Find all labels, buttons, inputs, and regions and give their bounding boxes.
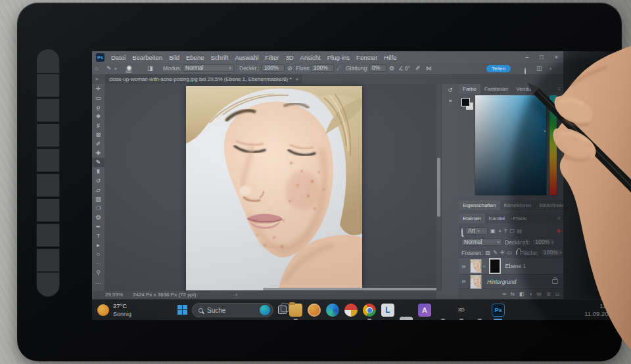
filter-adjustment-layers-icon[interactable]: ◑ <box>498 228 502 234</box>
menu-ansicht[interactable]: Ansicht <box>300 54 321 61</box>
history-panel-icon[interactable]: ↺ <box>442 84 459 96</box>
menu-ebene[interactable]: Ebene <box>186 54 204 61</box>
close-tab-icon[interactable]: × <box>296 74 299 84</box>
vertical-scrollbar-track[interactable] <box>436 84 441 291</box>
type-tool[interactable]: T <box>92 231 105 240</box>
menu-plugins[interactable]: Plug-ins <box>327 54 350 61</box>
menu-hilfe[interactable]: Hilfe <box>384 54 396 61</box>
mode-select[interactable]: Normal▾ <box>183 64 234 72</box>
fill-select[interactable]: 100%▾ <box>541 249 562 256</box>
hand-tool[interactable]: ☜ <box>92 259 105 268</box>
menu-filter[interactable]: Filter <box>265 54 279 61</box>
adjustment-layer-icon[interactable]: ◑ <box>529 291 532 297</box>
status-chevron-icon[interactable]: › <box>235 291 237 299</box>
zoom-tool[interactable]: ⚲ <box>92 268 105 277</box>
more-tools[interactable]: … <box>92 277 105 286</box>
menu-schrift[interactable]: Schrift <box>210 54 228 61</box>
blend-mode-select[interactable]: Normal▾ <box>461 239 502 246</box>
menu-bild[interactable]: Bild <box>169 54 179 61</box>
filter-pixel-layers-icon[interactable]: ▣ <box>490 228 496 234</box>
share-button[interactable]: Teilen <box>486 65 511 72</box>
marquee-tool[interactable]: ▭ <box>92 93 105 102</box>
add-mask-icon[interactable]: ◧ <box>519 291 525 297</box>
pressure-opacity-icon[interactable]: ⊘ <box>287 63 292 74</box>
purple-a-app-icon[interactable]: A <box>418 304 431 317</box>
layer-row-hintergrund[interactable]: ⊙ Hintergrund <box>459 275 563 289</box>
brush-preset-dropdown-icon[interactable]: ▾ <box>114 63 117 74</box>
panel-menu-icon[interactable]: ≡ <box>557 84 563 94</box>
photoshop-taskbar-icon[interactable]: Ps <box>492 304 505 317</box>
smoothing-select[interactable]: 0% <box>369 64 386 72</box>
calendar-app-icon[interactable] <box>400 317 413 320</box>
layer-thumbnail[interactable] <box>471 260 481 273</box>
express-key[interactable] <box>36 74 60 97</box>
new-group-icon[interactable]: ▤ <box>536 291 542 297</box>
dodge-tool[interactable]: ❂ <box>92 213 105 222</box>
zoom-level[interactable]: 29,53% <box>105 291 123 299</box>
horizontal-scrollbar[interactable] <box>263 288 439 290</box>
filter-type-layers-icon[interactable]: T <box>503 228 507 234</box>
airbrush-icon[interactable]: ☄ <box>337 63 342 74</box>
office-app-icon[interactable]: L <box>381 304 394 317</box>
hue-slider[interactable] <box>549 95 557 196</box>
saturation-brightness-field[interactable] <box>475 95 547 196</box>
menu-bearbeiten[interactable]: Bearbeiten <box>132 54 162 61</box>
comment-panel-icon[interactable]: ❝ <box>442 96 459 108</box>
layer-style-icon[interactable]: fx <box>511 291 515 297</box>
delete-layer-icon[interactable]: ⊔ <box>555 291 559 297</box>
filter-shape-layers-icon[interactable]: ▢ <box>509 228 515 234</box>
history-brush-tool[interactable]: ↺ <box>92 176 105 185</box>
blur-tool[interactable]: ❍ <box>92 204 105 213</box>
angle-value[interactable]: 0° <box>405 63 410 74</box>
flow-select[interactable]: 100% <box>311 64 334 72</box>
express-key[interactable] <box>36 99 60 122</box>
opacity-select[interactable]: 100% <box>262 64 285 72</box>
chevron-down-icon[interactable]: ▾ <box>549 63 552 74</box>
start-button[interactable] <box>177 305 187 315</box>
layer-row-ebene1[interactable]: ⊙ ∞ Ebene 1 <box>459 258 563 275</box>
minimize-button[interactable]: – <box>525 54 528 60</box>
layer-thumbnail[interactable] <box>471 275 481 288</box>
eraser-tool[interactable]: ▱ <box>92 185 105 194</box>
pressure-size-icon[interactable]: ✐ <box>415 63 421 74</box>
path-selection-tool[interactable]: ▸ <box>92 240 105 250</box>
shape-tool[interactable]: ○ <box>92 250 105 259</box>
tab-ebenen[interactable]: Ebenen <box>459 214 485 223</box>
express-key[interactable] <box>36 272 60 297</box>
tab-farbfelder[interactable]: Farbfelder <box>480 84 512 94</box>
maximize-button[interactable]: □ <box>540 54 543 60</box>
search-box[interactable]: Suche <box>192 303 273 317</box>
menu-3d[interactable]: 3D <box>285 54 293 61</box>
pen-tool[interactable]: ✒ <box>92 222 105 231</box>
lock-position-icon[interactable]: ✛ <box>500 250 505 256</box>
frame-tool[interactable]: ⊠ <box>92 130 105 139</box>
link-layers-icon[interactable]: ∞ <box>502 291 506 297</box>
express-key[interactable] <box>36 198 60 222</box>
panel-menu-icon[interactable]: ≡ <box>557 214 563 223</box>
brush-tool[interactable]: ✎ <box>92 158 105 167</box>
mask-link-icon[interactable]: ∞ <box>483 264 486 268</box>
gear-icon[interactable]: ⚙ <box>389 63 394 74</box>
foreground-color-swatch[interactable] <box>461 98 470 106</box>
layer-visibility-icon[interactable]: ⊙ <box>461 263 468 269</box>
lock-transparency-icon[interactable]: ▨ <box>486 250 491 256</box>
vertical-scrollbar[interactable] <box>437 158 440 217</box>
tab-eigenschaften[interactable]: Eigenschaften <box>459 200 500 210</box>
close-button[interactable]: × <box>555 54 558 60</box>
express-key[interactable] <box>36 223 60 247</box>
tab-verlaeufe[interactable]: Verläufe <box>512 84 539 94</box>
filter-search-icon[interactable] <box>461 229 463 234</box>
lasso-tool[interactable]: ϱ <box>92 102 105 112</box>
express-key[interactable] <box>36 124 60 147</box>
object-selection-tool[interactable]: ❖ <box>92 112 105 121</box>
express-key[interactable] <box>36 173 60 197</box>
filter-type-select[interactable]: Art▾ <box>465 227 488 235</box>
chrome-browser-icon[interactable] <box>363 304 376 317</box>
menu-auswahl[interactable]: Auswahl <box>235 54 258 61</box>
filter-toggle-icon[interactable] <box>557 229 561 233</box>
layer-name[interactable]: Hintergrund <box>487 279 516 285</box>
crop-tool[interactable]: ♯ <box>92 121 105 130</box>
menu-datei[interactable]: Datei <box>111 54 126 61</box>
new-layer-icon[interactable]: ⊞ <box>546 291 551 297</box>
task-view-button[interactable] <box>278 306 287 314</box>
